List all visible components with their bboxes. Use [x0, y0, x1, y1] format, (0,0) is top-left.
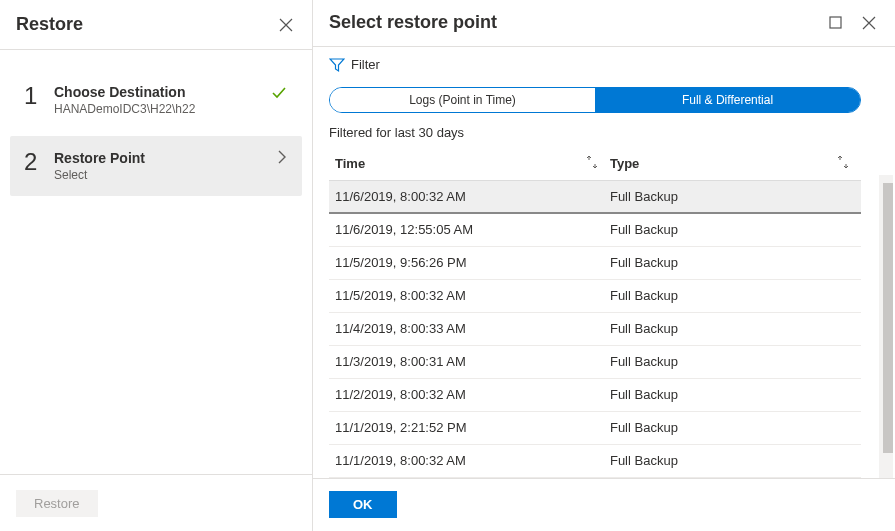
restore-footer: Restore: [0, 474, 312, 531]
cell-type: Full Backup: [610, 222, 861, 237]
step-number: 1: [24, 84, 54, 108]
cell-type: Full Backup: [610, 321, 861, 336]
restore-window-icon[interactable]: [825, 13, 845, 33]
cell-type: Full Backup: [610, 189, 861, 204]
filter-icon: [329, 57, 345, 73]
cell-type: Full Backup: [610, 354, 861, 369]
cell-time: 11/1/2019, 8:00:32 AM: [329, 453, 610, 468]
step-subtitle: Select: [54, 168, 276, 182]
step-title: Restore Point: [54, 150, 276, 166]
chevron-right-icon: [276, 150, 288, 164]
column-header-time[interactable]: Time: [329, 155, 610, 172]
cell-type: Full Backup: [610, 288, 861, 303]
table-row[interactable]: 11/2/2019, 8:00:32 AMFull Backup: [329, 379, 861, 412]
sort-icon: [837, 155, 849, 172]
table-header: Time Type: [329, 148, 861, 181]
checkmark-icon: [270, 84, 288, 102]
svg-rect-0: [830, 17, 841, 28]
step-restore-point[interactable]: 2 Restore Point Select: [10, 136, 302, 196]
step-subtitle: HANADemoIDC3\H22\h22: [54, 102, 270, 116]
select-restore-header: Select restore point: [313, 0, 895, 47]
table-row[interactable]: 11/5/2019, 8:00:32 AMFull Backup: [329, 280, 861, 313]
close-icon[interactable]: [859, 13, 879, 33]
table-row[interactable]: 11/4/2019, 8:00:33 AMFull Backup: [329, 313, 861, 346]
select-restore-footer: OK: [313, 478, 895, 531]
cell-time: 11/5/2019, 9:56:26 PM: [329, 255, 610, 270]
cell-type: Full Backup: [610, 453, 861, 468]
sort-icon: [586, 155, 598, 172]
cell-type: Full Backup: [610, 387, 861, 402]
cell-time: 11/6/2019, 12:55:05 AM: [329, 222, 610, 237]
cell-time: 11/4/2019, 8:00:33 AM: [329, 321, 610, 336]
table-body: 11/6/2019, 8:00:32 AMFull Backup11/6/201…: [329, 181, 861, 478]
cell-time: 11/5/2019, 8:00:32 AM: [329, 288, 610, 303]
cell-time: 11/1/2019, 2:21:52 PM: [329, 420, 610, 435]
ok-button[interactable]: OK: [329, 491, 397, 518]
table-row[interactable]: 11/3/2019, 8:00:31 AMFull Backup: [329, 346, 861, 379]
filter-label: Filter: [351, 57, 380, 72]
column-header-type[interactable]: Type: [610, 155, 861, 172]
filtered-range-text: Filtered for last 30 days: [313, 113, 877, 148]
select-restore-point-pane: Select restore point Filter Logs (Point …: [313, 0, 895, 531]
cell-time: 11/3/2019, 8:00:31 AM: [329, 354, 610, 369]
step-choose-destination[interactable]: 1 Choose Destination HANADemoIDC3\H22\h2…: [10, 70, 302, 130]
scrollbar-thumb[interactable]: [883, 183, 893, 453]
table-row[interactable]: 11/6/2019, 12:55:05 AMFull Backup: [329, 214, 861, 247]
restore-header: Restore: [0, 0, 312, 50]
filter-command[interactable]: Filter: [313, 47, 895, 83]
cell-type: Full Backup: [610, 420, 861, 435]
table-row[interactable]: 11/1/2019, 2:21:52 PMFull Backup: [329, 412, 861, 445]
table-row[interactable]: 11/5/2019, 9:56:26 PMFull Backup: [329, 247, 861, 280]
cell-time: 11/6/2019, 8:00:32 AM: [329, 189, 610, 204]
close-icon[interactable]: [276, 15, 296, 35]
restore-mode-toggle: Logs (Point in Time) Full & Differential: [329, 87, 861, 113]
restore-button[interactable]: Restore: [16, 490, 98, 517]
table-row[interactable]: 11/6/2019, 8:00:32 AMFull Backup: [329, 181, 861, 214]
step-title: Choose Destination: [54, 84, 270, 100]
table-row[interactable]: 11/1/2019, 8:00:32 AMFull Backup: [329, 445, 861, 478]
restore-title: Restore: [16, 14, 83, 35]
steps-list: 1 Choose Destination HANADemoIDC3\H22\h2…: [0, 50, 312, 474]
restore-wizard-pane: Restore 1 Choose Destination HANADemoIDC…: [0, 0, 313, 531]
cell-time: 11/2/2019, 8:00:32 AM: [329, 387, 610, 402]
cell-type: Full Backup: [610, 255, 861, 270]
pill-logs[interactable]: Logs (Point in Time): [330, 88, 595, 112]
restore-points-table: Time Type 11/6/2019, 8:00:32 AMFull Back…: [329, 148, 861, 478]
step-number: 2: [24, 150, 54, 174]
pill-full-differential[interactable]: Full & Differential: [595, 88, 860, 112]
select-restore-title: Select restore point: [329, 12, 497, 33]
